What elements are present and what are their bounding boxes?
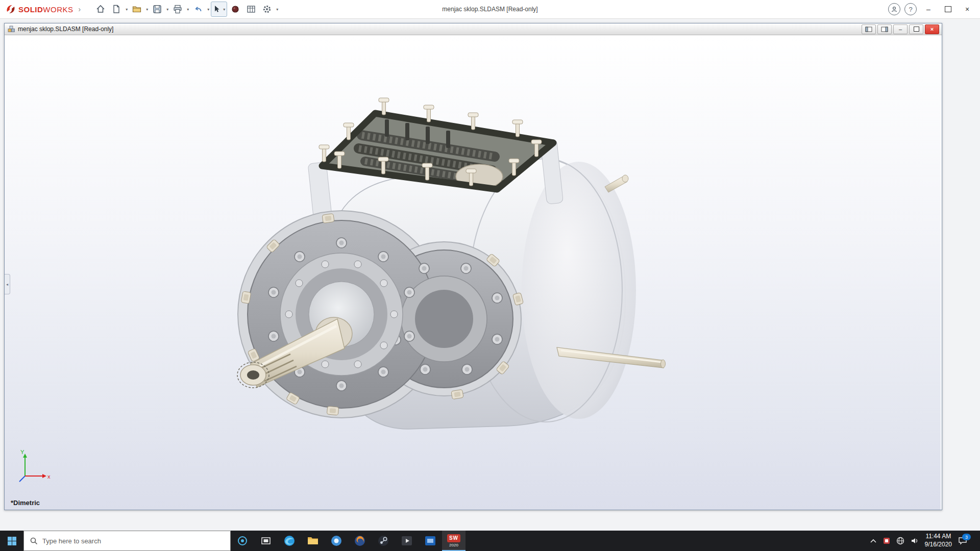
solidworks-app-logo: SW xyxy=(447,534,460,542)
solidworks-logo-icon xyxy=(5,4,16,15)
panel-collapse-tab[interactable]: ◂ xyxy=(5,274,10,294)
network-icon[interactable] xyxy=(896,537,904,545)
doc-minimize-icon: – xyxy=(899,27,902,32)
app-title: menjac sklop.SLDASM [Read-only] xyxy=(442,6,537,13)
y-axis-label: Y xyxy=(20,449,24,455)
taskbar-clock[interactable]: 11:44 AM 9/16/2020 xyxy=(925,533,952,548)
steam-icon[interactable] xyxy=(372,531,395,551)
clock-time: 11:44 AM xyxy=(925,533,951,541)
app-window-controls: ? – × xyxy=(888,3,980,16)
document-titlebar[interactable]: menjac sklop.SLDASM [Read-only] – × xyxy=(5,23,942,35)
options-dropdown-icon[interactable]: ▾ xyxy=(275,7,279,12)
pane-left-toggle-button[interactable] xyxy=(862,24,876,34)
brand-expand-icon[interactable]: › xyxy=(79,5,81,13)
firefox-icon[interactable] xyxy=(348,531,372,551)
print-icon xyxy=(173,4,183,14)
home-button[interactable] xyxy=(93,2,108,17)
open-folder-icon xyxy=(132,4,142,14)
account-button[interactable] xyxy=(888,3,900,15)
app-minimize-button[interactable]: – xyxy=(921,3,936,16)
task-view-button[interactable] xyxy=(254,531,278,551)
print-button[interactable] xyxy=(170,2,185,17)
volume-icon[interactable] xyxy=(911,537,919,545)
graphics-viewport[interactable]: ◂ Y x *Dimetric xyxy=(5,35,941,510)
undo-dropdown-icon[interactable]: ▾ xyxy=(206,7,210,12)
open-dropdown-icon[interactable]: ▾ xyxy=(145,7,149,12)
task-view-icon xyxy=(261,536,271,546)
doc-close-button[interactable]: × xyxy=(925,24,939,34)
pane-right-icon xyxy=(881,27,888,32)
save-button[interactable] xyxy=(150,2,165,17)
undo-icon xyxy=(193,4,203,14)
system-tray: 11:44 AM 9/16/2020 3 xyxy=(870,531,980,551)
movies-app-icon[interactable] xyxy=(419,531,442,551)
document-window-controls: – × xyxy=(862,24,939,34)
macro-button[interactable] xyxy=(228,2,243,17)
taskbar: Type here to search xyxy=(0,531,980,551)
save-icon xyxy=(152,4,162,14)
undo-button[interactable] xyxy=(190,2,206,17)
print-dropdown-icon[interactable]: ▾ xyxy=(186,7,190,12)
app-close-button[interactable]: × xyxy=(960,3,975,16)
solidworks-version-label: 2020 xyxy=(449,543,458,547)
solidworks-window: SOLIDWORKS › ▾ ▾ ▾ ▾ xyxy=(0,0,980,551)
z-axis-line xyxy=(19,476,25,482)
x-axis-arrow xyxy=(42,474,46,478)
document-window: menjac sklop.SLDASM [Read-only] – × xyxy=(4,23,942,510)
windows-logo-icon xyxy=(8,537,16,545)
doc-restore-icon xyxy=(914,27,919,32)
orientation-triad[interactable]: Y x xyxy=(16,449,54,486)
select-tool-button[interactable]: ▾ xyxy=(211,2,227,17)
quick-access-toolbar: ▾ ▾ ▾ ▾ ▾ ▾ xyxy=(93,2,279,17)
resource-monitor-icon[interactable] xyxy=(883,537,890,544)
search-icon xyxy=(30,537,38,545)
cortana-button[interactable] xyxy=(231,531,254,551)
action-center-button[interactable]: 3 xyxy=(958,537,967,545)
taskbar-spacer xyxy=(465,531,870,551)
assembly-document-icon xyxy=(7,25,15,33)
doc-restore-button[interactable] xyxy=(909,24,923,34)
app-maximize-button[interactable] xyxy=(940,3,955,16)
clock-date: 9/16/2020 xyxy=(925,541,952,549)
new-document-dropdown-icon[interactable]: ▾ xyxy=(125,7,129,12)
select-cursor-icon xyxy=(212,4,222,14)
help-button[interactable]: ? xyxy=(904,3,917,15)
design-table-icon xyxy=(246,4,256,14)
doc-close-icon: × xyxy=(930,27,934,32)
edge-icon[interactable] xyxy=(278,531,301,551)
document-title: menjac sklop.SLDASM [Read-only] xyxy=(18,26,113,33)
taskbar-search-input[interactable]: Type here to search xyxy=(23,531,231,551)
maximize-icon xyxy=(945,6,951,12)
new-document-button[interactable] xyxy=(109,2,124,17)
pane-left-icon xyxy=(865,27,872,32)
pane-right-toggle-button[interactable] xyxy=(877,24,892,34)
select-dropdown-icon[interactable]: ▾ xyxy=(222,7,226,12)
doc-minimize-button[interactable]: – xyxy=(893,24,908,34)
save-dropdown-icon[interactable]: ▾ xyxy=(165,7,169,12)
view-orientation-label: *Dimetric xyxy=(11,499,40,507)
minimize-icon: – xyxy=(926,5,930,13)
solidworks-logo: SOLIDWORKS › xyxy=(0,4,81,15)
user-icon xyxy=(891,6,898,13)
collapse-icon: ◂ xyxy=(6,282,8,287)
gear-icon xyxy=(262,4,272,14)
x-axis-label: x xyxy=(47,473,51,480)
file-explorer-icon[interactable] xyxy=(301,531,325,551)
design-table-button[interactable] xyxy=(243,2,259,17)
skype-icon[interactable] xyxy=(325,531,348,551)
start-button[interactable] xyxy=(0,531,23,551)
help-icon: ? xyxy=(909,6,912,13)
tray-expand-icon[interactable] xyxy=(870,538,877,543)
brand-solid: SOLID xyxy=(18,5,43,14)
notification-badge: 3 xyxy=(962,534,971,540)
home-icon xyxy=(95,4,106,14)
options-button[interactable] xyxy=(259,2,275,17)
solidworks-taskbar-icon[interactable]: SW 2020 xyxy=(442,531,465,551)
gearbox-model xyxy=(5,35,941,510)
media-player-icon[interactable] xyxy=(395,531,419,551)
open-button[interactable] xyxy=(129,2,144,17)
macro-ball-icon xyxy=(230,4,240,14)
close-icon: × xyxy=(965,5,969,13)
new-document-icon xyxy=(111,4,121,14)
app-titlebar: SOLIDWORKS › ▾ ▾ ▾ ▾ xyxy=(0,0,980,19)
